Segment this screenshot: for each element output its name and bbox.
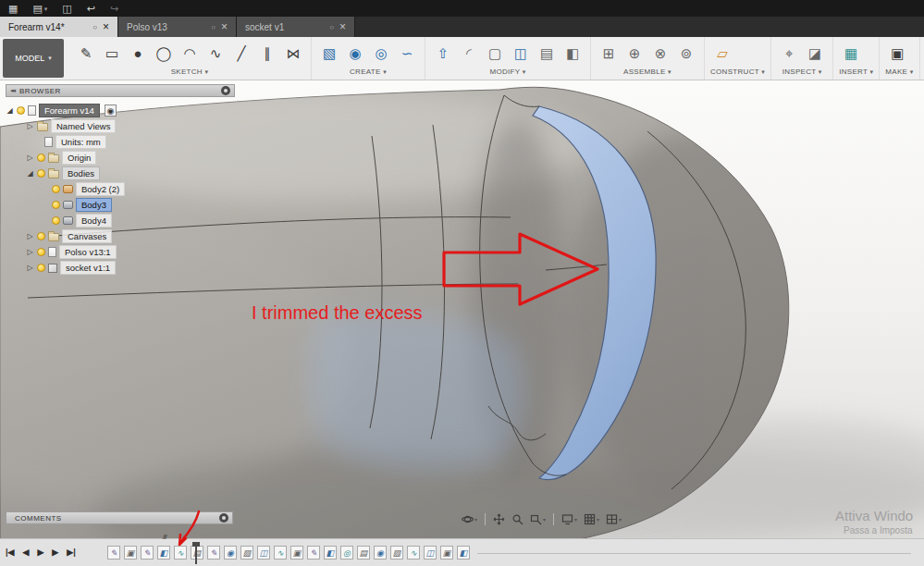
visibility-bulb-icon[interactable] bbox=[37, 169, 45, 178]
undo-icon[interactable]: ↩ bbox=[87, 4, 95, 14]
toolbar-group-label[interactable]: CONSTRUCT ▾ bbox=[710, 67, 765, 78]
timeline-feature-icon[interactable]: ▣ bbox=[440, 546, 453, 560]
timeline-feature-icon[interactable]: ✎ bbox=[107, 546, 120, 560]
visibility-bulb-icon[interactable] bbox=[37, 264, 45, 272]
sweep-icon[interactable]: ∽ bbox=[395, 41, 419, 65]
toolbar-group-label[interactable]: MAKE ▾ bbox=[885, 67, 913, 78]
item-label[interactable]: Body3 bbox=[76, 198, 112, 212]
browser-item-origin[interactable]: ▷ Origin bbox=[6, 150, 235, 166]
item-label[interactable]: Origin bbox=[62, 151, 96, 165]
expand-icon[interactable]: ▷ bbox=[26, 122, 34, 130]
timeline-feature-icon[interactable]: ◎ bbox=[340, 546, 353, 560]
arc-icon[interactable]: ◠ bbox=[178, 41, 202, 65]
browser-item-body4[interactable]: Body4 bbox=[6, 213, 235, 228]
fillet-icon[interactable]: ◜ bbox=[457, 41, 481, 65]
mirror-icon[interactable]: ⋈ bbox=[281, 41, 305, 65]
redo-icon[interactable]: ↪ bbox=[110, 4, 118, 14]
panel-options-button[interactable] bbox=[219, 513, 228, 523]
collapse-panel-icon[interactable]: ◂◂ bbox=[10, 87, 15, 94]
timeline-feature-icon[interactable]: ◉ bbox=[224, 546, 237, 560]
offset-icon[interactable]: ∥ bbox=[255, 41, 279, 65]
item-label[interactable]: Body4 bbox=[76, 214, 112, 228]
visibility-bulb-icon[interactable] bbox=[52, 216, 60, 225]
display-settings-icon[interactable]: ▾ bbox=[560, 512, 579, 526]
rigid-group-icon[interactable]: ⊚ bbox=[674, 41, 698, 65]
file-menu-icon[interactable]: ▤▾ bbox=[32, 4, 47, 14]
split-body-icon[interactable]: ◧ bbox=[561, 41, 585, 65]
browser-item-named-views[interactable]: ▷ Named Views bbox=[6, 118, 235, 134]
toolbar-group-label[interactable]: CREATE ▾ bbox=[317, 67, 419, 78]
item-label[interactable]: Forearm v14 bbox=[39, 104, 100, 117]
new-component-icon[interactable]: ⊞ bbox=[597, 41, 621, 65]
create-sketch-icon[interactable]: ✎ bbox=[74, 41, 98, 65]
expand-icon[interactable]: ▷ bbox=[26, 248, 34, 256]
timeline-feature-icon[interactable]: ∿ bbox=[274, 546, 287, 560]
item-label[interactable]: socket v1:1 bbox=[60, 261, 116, 275]
browser-item-body2[interactable]: Body2 (2) bbox=[6, 181, 235, 197]
toolbar-group-label[interactable]: INSPECT ▾ bbox=[777, 67, 827, 78]
play-button[interactable]: ▶ bbox=[37, 548, 43, 557]
replace-face-icon[interactable]: ▤ bbox=[535, 41, 559, 65]
step-back-button[interactable]: ◀ bbox=[22, 548, 29, 557]
timeline-feature-icon[interactable]: ✎ bbox=[141, 546, 154, 560]
line-icon[interactable]: ╱ bbox=[229, 41, 253, 65]
form-icon[interactable]: ◉ bbox=[343, 41, 367, 65]
browser-item-bodies[interactable]: ◢ Bodies bbox=[6, 166, 235, 181]
expand-icon[interactable]: ◢ bbox=[26, 169, 34, 178]
item-label[interactable]: Canvases bbox=[62, 229, 112, 243]
orbit-icon[interactable]: ▾ bbox=[460, 512, 479, 526]
spline-icon[interactable]: ∿ bbox=[203, 41, 228, 65]
timeline-feature-icon[interactable]: ◫ bbox=[424, 546, 437, 560]
document-tab[interactable]: Polso v13 ○ × bbox=[118, 17, 237, 37]
activate-component-radio[interactable]: ◉ bbox=[105, 105, 117, 117]
item-label[interactable]: Units: mm bbox=[55, 135, 106, 149]
apps-grid-icon[interactable]: ▦ bbox=[8, 4, 18, 14]
as-built-joint-icon[interactable]: ⊗ bbox=[648, 41, 672, 65]
browser-item-canvases[interactable]: ▷ Canvases bbox=[6, 228, 235, 244]
visibility-bulb-icon[interactable] bbox=[52, 201, 60, 209]
browser-panel-header[interactable]: ◂◂ BROWSER bbox=[6, 84, 235, 97]
insert-icon[interactable]: ▦ bbox=[839, 41, 863, 65]
visibility-bulb-icon[interactable] bbox=[17, 106, 25, 115]
timeline-feature-icon[interactable]: ◫ bbox=[257, 546, 270, 560]
browser-item-polso-reference[interactable]: ▷ Polso v13:1 bbox=[6, 244, 235, 260]
viewports-icon[interactable]: ▾ bbox=[604, 512, 623, 526]
pan-icon[interactable] bbox=[491, 512, 507, 526]
browser-item-body3[interactable]: Body3 bbox=[6, 197, 235, 213]
visibility-bulb-icon[interactable] bbox=[52, 185, 60, 193]
item-label[interactable]: Bodies bbox=[62, 166, 100, 180]
go-to-start-button[interactable]: |◀ bbox=[6, 548, 14, 557]
ellipse-icon[interactable]: ◯ bbox=[152, 41, 176, 65]
offset-plane-icon[interactable]: ▱ bbox=[710, 41, 734, 65]
document-tab[interactable]: Forearm v14* ○ × bbox=[0, 17, 118, 37]
timeline-feature-icon[interactable]: ◧ bbox=[324, 546, 337, 560]
shell-icon[interactable]: ▢ bbox=[483, 41, 507, 65]
item-label[interactable]: Named Views bbox=[51, 119, 116, 133]
timeline-feature-icon[interactable]: ▧ bbox=[240, 546, 253, 560]
toolbar-group-label[interactable]: ASSEMBLE ▾ bbox=[597, 67, 698, 78]
section-analysis-icon[interactable]: ◪ bbox=[803, 41, 827, 65]
workspace-switcher-button[interactable]: MODEL ▾ bbox=[3, 39, 64, 78]
toolbar-group-label[interactable]: INSERT ▾ bbox=[839, 67, 873, 78]
tab-close-icon[interactable]: × bbox=[103, 21, 109, 32]
revolve-icon[interactable]: ◎ bbox=[369, 41, 393, 65]
viewport-canvas[interactable]: I trimmed the excess ◂◂ BROWSER ◢ Forear… bbox=[0, 80, 924, 566]
measure-icon[interactable]: ⌖ bbox=[777, 41, 801, 65]
grid-snaps-icon[interactable]: ▾ bbox=[582, 512, 601, 526]
tab-close-icon[interactable]: × bbox=[339, 21, 346, 32]
3d-print-icon[interactable]: ▣ bbox=[885, 41, 909, 65]
joint-icon[interactable]: ⊕ bbox=[622, 41, 647, 65]
visibility-bulb-icon[interactable] bbox=[37, 154, 45, 162]
document-tab[interactable]: socket v1 ○ × bbox=[237, 17, 355, 37]
timeline-feature-icon[interactable]: ▣ bbox=[290, 546, 303, 560]
timeline-feature-icon[interactable]: ◉ bbox=[374, 546, 387, 560]
item-label[interactable]: Body2 (2) bbox=[76, 182, 125, 196]
step-forward-button[interactable]: ▶ bbox=[52, 548, 58, 557]
zoom-icon[interactable] bbox=[510, 512, 525, 526]
visibility-bulb-icon[interactable] bbox=[37, 248, 45, 256]
toolbar-group-label[interactable]: SKETCH ▾ bbox=[74, 67, 305, 78]
expand-icon[interactable]: ▷ bbox=[26, 154, 34, 162]
combine-icon[interactable]: ◫ bbox=[509, 41, 533, 65]
tab-close-icon[interactable]: × bbox=[221, 21, 228, 32]
rectangle-icon[interactable]: ▭ bbox=[100, 41, 124, 65]
